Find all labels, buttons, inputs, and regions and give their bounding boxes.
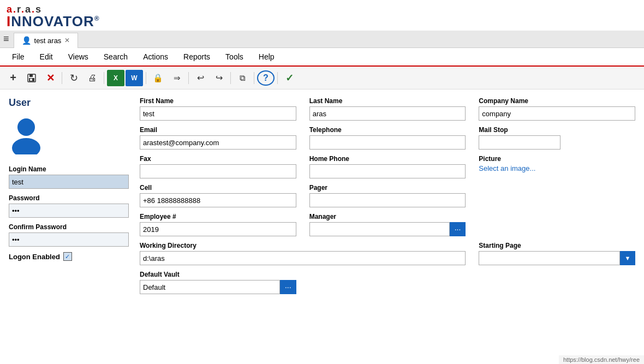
menu-edit[interactable]: Edit bbox=[32, 49, 61, 64]
toolbar: + ✕ ↻ 🖨 X W 🔒 ⇒ ↩ ↪ ⧉ ? ✓ bbox=[0, 67, 644, 89]
delete-button[interactable]: ✕ bbox=[41, 70, 59, 86]
menu-views[interactable]: Views bbox=[61, 49, 96, 64]
picture-label: Picture bbox=[479, 155, 635, 163]
logo: a.r.a.s INNOVATOR® bbox=[7, 4, 100, 28]
default-vault-field: Default Vault ··· bbox=[140, 271, 296, 294]
url-text: https://blog.csdn.net/hwy/ree bbox=[563, 356, 640, 363]
toolbar-sep-7 bbox=[277, 72, 278, 84]
avatar-svg bbox=[9, 115, 44, 154]
starting-page-field: Starting Page ▼ bbox=[479, 242, 635, 265]
fax-label: Fax bbox=[140, 155, 296, 163]
menu-bar: File Edit Views Search Actions Reports T… bbox=[0, 48, 644, 67]
working-dir-field: Working Directory bbox=[140, 242, 466, 265]
logon-enabled-checkbox[interactable]: ✓ bbox=[63, 252, 72, 261]
promote-button[interactable]: ⇒ bbox=[168, 70, 186, 86]
tab-test-aras[interactable]: 👤 test aras ✕ bbox=[14, 33, 79, 48]
starting-page-label: Starting Page bbox=[479, 242, 635, 249]
first-name-input[interactable] bbox=[140, 106, 296, 121]
hamburger-button[interactable]: ≡ bbox=[3, 33, 9, 45]
password-input[interactable] bbox=[9, 204, 129, 218]
toolbar-sep-4 bbox=[188, 72, 189, 84]
fax-input[interactable] bbox=[140, 164, 296, 178]
default-vault-input[interactable] bbox=[140, 280, 280, 294]
logon-enabled-label: Logon Enabled bbox=[9, 253, 60, 261]
employee-num-input[interactable] bbox=[140, 222, 296, 236]
home-phone-input[interactable] bbox=[309, 164, 466, 178]
menu-search[interactable]: Search bbox=[96, 49, 135, 64]
pager-input[interactable] bbox=[309, 193, 466, 207]
menu-reports[interactable]: Reports bbox=[176, 49, 218, 64]
last-name-input[interactable] bbox=[309, 106, 466, 121]
manager-input-group: ··· bbox=[309, 222, 466, 236]
word-button[interactable]: W bbox=[126, 70, 143, 86]
user-tab-icon: 👤 bbox=[22, 36, 31, 45]
confirm-password-input[interactable] bbox=[9, 232, 129, 247]
first-name-label: First Name bbox=[140, 97, 296, 105]
redo-button[interactable]: ↪ bbox=[210, 70, 228, 86]
empty-cell-4 bbox=[479, 184, 635, 213]
save-icon bbox=[27, 73, 37, 83]
mail-stop-label: Mail Stop bbox=[479, 126, 635, 134]
menu-actions[interactable]: Actions bbox=[135, 49, 176, 64]
starting-page-dropdown-button[interactable]: ▼ bbox=[620, 251, 635, 265]
tab-bar: ≡ 👤 test aras ✕ bbox=[0, 31, 644, 48]
starting-page-input[interactable] bbox=[479, 251, 620, 265]
working-dir-label: Working Directory bbox=[140, 242, 466, 249]
add-button[interactable]: + bbox=[4, 70, 22, 86]
login-name-group: Login Name bbox=[9, 165, 129, 189]
default-vault-select-button[interactable]: ··· bbox=[280, 280, 296, 294]
svg-rect-1 bbox=[29, 74, 33, 77]
company-name-field: Company Name bbox=[479, 97, 635, 121]
default-vault-input-group: ··· bbox=[140, 280, 296, 294]
lock-button[interactable]: 🔒 bbox=[149, 70, 167, 86]
logo-bar: a.r.a.s INNOVATOR® bbox=[0, 0, 644, 31]
mail-stop-field: Mail Stop bbox=[479, 126, 635, 150]
checkmark-button[interactable]: ✓ bbox=[281, 70, 298, 86]
manager-field: Manager ··· bbox=[309, 213, 466, 236]
manager-select-button[interactable]: ··· bbox=[450, 222, 466, 236]
company-name-label: Company Name bbox=[479, 97, 635, 105]
email-field: Email bbox=[140, 126, 296, 150]
select-image-link[interactable]: Select an image... bbox=[479, 164, 535, 172]
svg-point-4 bbox=[17, 118, 35, 136]
working-dir-input[interactable] bbox=[140, 251, 466, 265]
refresh-button[interactable]: ↻ bbox=[65, 70, 82, 86]
confirm-password-group: Confirm Password bbox=[9, 223, 129, 247]
copy-button[interactable]: ⧉ bbox=[234, 70, 251, 86]
user-avatar bbox=[9, 115, 44, 154]
employee-num-label: Employee # bbox=[140, 213, 296, 220]
home-phone-field: Home Phone bbox=[309, 155, 466, 178]
company-name-input[interactable] bbox=[479, 106, 635, 121]
logon-enabled-row: Logon Enabled ✓ bbox=[9, 252, 129, 261]
excel-button[interactable]: X bbox=[107, 70, 124, 86]
help-button[interactable]: ? bbox=[257, 70, 275, 86]
telephone-input[interactable] bbox=[309, 135, 466, 150]
print-button[interactable]: 🖨 bbox=[84, 70, 101, 86]
confirm-password-label: Confirm Password bbox=[9, 223, 129, 231]
menu-tools[interactable]: Tools bbox=[218, 49, 251, 64]
section-title: User bbox=[9, 97, 129, 109]
employee-num-field: Employee # bbox=[140, 213, 296, 236]
pager-label: Pager bbox=[309, 184, 466, 192]
manager-input[interactable] bbox=[309, 222, 450, 236]
email-input[interactable] bbox=[140, 135, 296, 150]
login-name-label: Login Name bbox=[9, 165, 129, 173]
tab-close-button[interactable]: ✕ bbox=[64, 37, 70, 44]
menu-file[interactable]: File bbox=[4, 49, 32, 64]
empty-cell-5 bbox=[479, 213, 635, 242]
cell-input[interactable] bbox=[140, 193, 296, 207]
mail-stop-input[interactable] bbox=[479, 135, 560, 150]
main-content: User Login Name Password Confirm Passwor… bbox=[0, 89, 644, 364]
last-name-field: Last Name bbox=[309, 97, 466, 121]
save-button[interactable] bbox=[23, 70, 40, 86]
right-panel: First Name Last Name Company Name Email … bbox=[140, 97, 635, 364]
undo-button[interactable]: ↩ bbox=[192, 70, 209, 86]
menu-help[interactable]: Help bbox=[251, 49, 282, 64]
starting-page-input-group: ▼ bbox=[479, 251, 635, 265]
first-name-field: First Name bbox=[140, 97, 296, 121]
login-name-input[interactable] bbox=[9, 175, 129, 189]
toolbar-sep-2 bbox=[104, 72, 104, 84]
telephone-label: Telephone bbox=[309, 126, 466, 134]
telephone-field: Telephone bbox=[309, 126, 466, 150]
manager-label: Manager bbox=[309, 213, 466, 220]
